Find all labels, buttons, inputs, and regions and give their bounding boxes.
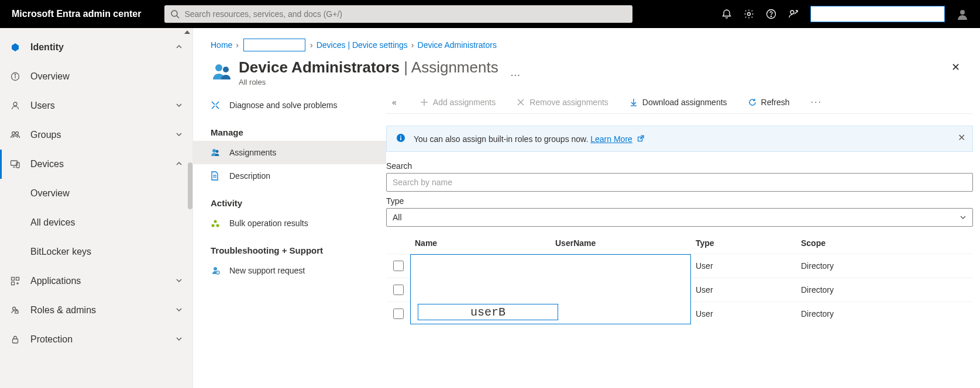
svg-point-13 [16, 132, 19, 135]
crumb-sep: › [310, 40, 313, 50]
svg-line-29 [212, 102, 215, 105]
search-input[interactable] [386, 173, 973, 192]
svg-point-0 [171, 11, 177, 16]
subnav-bulk-label: Bulk operation results [229, 219, 308, 228]
toolbar-more-icon[interactable]: ··· [807, 97, 826, 108]
type-filter-value: All [393, 213, 402, 222]
scrollbar-thumb[interactable] [188, 162, 192, 209]
info-icon [396, 133, 405, 144]
applications-icon [9, 275, 21, 287]
banner-close-icon[interactable]: ✕ [958, 132, 965, 143]
nav-devices-all[interactable]: All devices [0, 208, 192, 237]
col-checkbox [386, 233, 410, 254]
crumb-current[interactable]: Device Administrators [418, 40, 497, 50]
nav-users-label: Users [30, 101, 175, 111]
chevron-down-icon [175, 306, 183, 316]
info-banner-link[interactable]: Learn More [590, 134, 632, 144]
subnav-support[interactable]: ? New support request [193, 259, 386, 282]
svg-point-32 [216, 150, 219, 153]
subnav-bulk[interactable]: Bulk operation results [193, 212, 386, 235]
collapse-subnav-icon[interactable]: « [386, 98, 403, 107]
col-username[interactable]: UserName [551, 233, 691, 254]
remove-assignments-button[interactable]: Remove assignments [513, 97, 612, 108]
row-type: User [691, 278, 796, 302]
nav-applications[interactable]: Applications [0, 266, 192, 296]
subnav-assignments[interactable]: Assignments [193, 141, 386, 164]
svg-point-31 [212, 149, 216, 153]
col-scope[interactable]: Scope [796, 233, 973, 254]
avatar-icon[interactable] [957, 8, 968, 20]
assignments-table: Name UserName Type Scope [386, 233, 973, 325]
info-banner-text: You can also assign built-in roles to gr… [414, 134, 590, 144]
row-type: User [691, 302, 796, 326]
add-assignments-button[interactable]: Add assignments [417, 97, 499, 108]
nav-overview[interactable]: Overview [0, 62, 192, 91]
svg-rect-19 [12, 282, 15, 285]
refresh-label: Refresh [761, 98, 790, 107]
subnav-description[interactable]: Description [193, 164, 386, 188]
col-type[interactable]: Type [691, 233, 796, 254]
crumb-devices[interactable]: Devices | Device settings [317, 40, 408, 50]
col-name[interactable]: Name [410, 233, 551, 254]
row-checkbox[interactable] [393, 285, 404, 295]
role-icon [211, 61, 233, 83]
subnav-section-manage: Manage [193, 117, 386, 141]
chevron-down-icon [175, 335, 183, 345]
feedback-icon[interactable] [788, 9, 799, 19]
user-icon [9, 100, 21, 112]
svg-point-6 [960, 10, 965, 15]
close-icon[interactable]: ✕ [949, 58, 962, 76]
svg-point-10 [15, 74, 15, 75]
nav-identity-label: Identity [30, 42, 175, 53]
crumb-home[interactable]: Home [211, 40, 232, 50]
download-assignments-button[interactable]: Download assignments [626, 97, 731, 108]
type-filter-select[interactable]: All [386, 208, 973, 227]
external-link-icon [635, 134, 644, 144]
help-icon[interactable] [766, 9, 776, 19]
nav-devices[interactable]: Devices [0, 150, 192, 179]
header-more-icon[interactable]: … [510, 67, 521, 79]
svg-rect-23 [15, 311, 18, 313]
toolbar: « Add assignments Remove assignments Dow… [386, 93, 973, 114]
svg-point-12 [12, 132, 15, 135]
topbar: Microsoft Entra admin center [0, 0, 980, 28]
info-banner: You can also assign built-in roles to gr… [386, 126, 973, 152]
info-icon [9, 71, 21, 82]
refresh-button[interactable]: Refresh [745, 97, 793, 108]
refresh-icon [748, 98, 757, 106]
nav-devices-bitlocker-label: BitLocker keys [30, 247, 183, 257]
global-search-input[interactable] [183, 9, 627, 19]
devices-icon [9, 158, 21, 170]
svg-point-38 [214, 267, 217, 271]
x-icon [517, 98, 525, 106]
nav-roles[interactable]: Roles & admins [0, 296, 192, 325]
brand-title: Microsoft Entra admin center [12, 9, 141, 19]
nav-identity[interactable]: Identity [0, 33, 192, 62]
global-search[interactable] [164, 5, 632, 23]
row-name: userB [470, 306, 506, 319]
lock-icon [9, 334, 21, 345]
nav-devices-all-label: All devices [30, 217, 183, 228]
chevron-up-icon [175, 43, 183, 53]
row-checkbox[interactable] [393, 261, 404, 271]
nav-users[interactable]: Users [0, 91, 192, 120]
row-checkbox[interactable] [393, 309, 404, 319]
notifications-icon[interactable] [721, 9, 732, 19]
svg-point-2 [748, 13, 751, 16]
settings-icon[interactable] [744, 9, 754, 19]
subnav-diagnose[interactable]: Diagnose and solve problems [193, 93, 386, 117]
nav-devices-bitlocker[interactable]: BitLocker keys [0, 237, 192, 266]
crumb-tenant-box[interactable] [243, 39, 305, 51]
account-box[interactable] [810, 6, 945, 22]
nav-devices-overview[interactable]: Overview [0, 179, 192, 208]
table-row[interactable]: userB User Directory [386, 254, 973, 278]
chevron-down-icon [175, 130, 183, 140]
groups-icon [9, 129, 21, 141]
nav-groups[interactable]: Groups [0, 120, 192, 150]
nav-protection[interactable]: Protection [0, 325, 192, 354]
subnav-section-activity: Activity [193, 188, 386, 212]
svg-rect-49 [400, 137, 401, 140]
page-header: Device Administrators | Assignments All … [193, 55, 980, 93]
svg-point-37 [214, 220, 217, 223]
download-assignments-label: Download assignments [642, 98, 727, 107]
